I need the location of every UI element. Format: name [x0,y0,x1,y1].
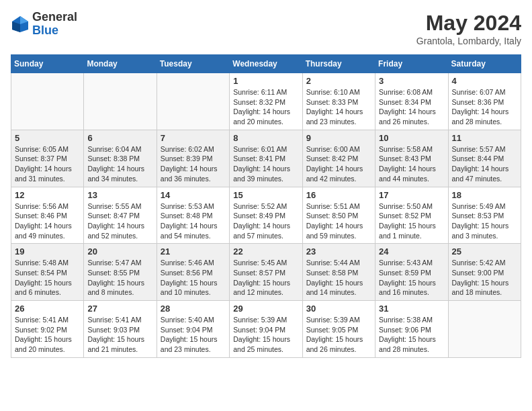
page-header: General Blue May 2024 Grantola, Lombardy… [11,11,521,46]
day-number: 27 [87,304,152,314]
day-info: Sunrise: 5:38 AM Sunset: 9:06 PM Dayligh… [379,315,444,355]
calendar-day: 31Sunrise: 5:38 AM Sunset: 9:06 PM Dayli… [375,301,448,358]
logo-text: General Blue [32,11,77,38]
day-number: 14 [161,190,226,200]
calendar-day: 27Sunrise: 5:41 AM Sunset: 9:03 PM Dayli… [84,301,157,358]
day-number: 15 [233,190,298,200]
day-info: Sunrise: 6:08 AM Sunset: 8:34 PM Dayligh… [379,87,444,127]
day-info: Sunrise: 5:47 AM Sunset: 8:55 PM Dayligh… [87,258,152,298]
day-number: 10 [379,133,444,143]
day-info: Sunrise: 5:46 AM Sunset: 8:56 PM Dayligh… [161,258,226,298]
day-number: 31 [379,304,444,314]
day-number: 19 [15,246,80,257]
calendar-day: 9Sunrise: 6:00 AM Sunset: 8:42 PM Daylig… [302,130,375,187]
calendar: SundayMondayTuesdayWednesdayThursdayFrid… [11,54,521,358]
day-info: Sunrise: 5:58 AM Sunset: 8:43 PM Dayligh… [379,144,444,184]
calendar-day: 18Sunrise: 5:49 AM Sunset: 8:53 PM Dayli… [448,187,521,244]
day-number: 24 [379,246,444,257]
calendar-day [448,301,521,358]
calendar-week-row: 12Sunrise: 5:56 AM Sunset: 8:46 PM Dayli… [11,187,521,244]
calendar-day: 2Sunrise: 6:10 AM Sunset: 8:33 PM Daylig… [302,73,375,130]
calendar-day: 8Sunrise: 6:01 AM Sunset: 8:41 PM Daylig… [230,130,302,187]
calendar-day: 30Sunrise: 5:39 AM Sunset: 9:05 PM Dayli… [302,301,375,358]
day-number: 4 [452,76,517,86]
day-number: 12 [15,190,80,200]
day-number: 5 [15,133,80,143]
logo: General Blue [11,11,77,38]
day-info: Sunrise: 5:45 AM Sunset: 8:57 PM Dayligh… [233,258,298,298]
weekday-header: Tuesday [157,55,229,73]
day-number: 13 [87,190,152,200]
day-info: Sunrise: 5:57 AM Sunset: 8:44 PM Dayligh… [452,144,517,184]
day-number: 30 [306,304,371,314]
calendar-day: 13Sunrise: 5:55 AM Sunset: 8:47 PM Dayli… [84,187,157,244]
title-area: May 2024 Grantola, Lombardy, Italy [416,11,521,46]
calendar-day: 23Sunrise: 5:44 AM Sunset: 8:58 PM Dayli… [302,244,375,301]
day-info: Sunrise: 5:55 AM Sunset: 8:47 PM Dayligh… [87,201,152,241]
day-info: Sunrise: 5:49 AM Sunset: 8:53 PM Dayligh… [452,201,517,241]
day-info: Sunrise: 5:53 AM Sunset: 8:48 PM Dayligh… [161,201,226,241]
calendar-week-row: 26Sunrise: 5:41 AM Sunset: 9:02 PM Dayli… [11,301,521,358]
weekday-header: Friday [375,55,448,73]
logo-blue: Blue [32,24,58,37]
calendar-day [11,73,84,130]
logo-icon [11,15,30,34]
day-info: Sunrise: 5:39 AM Sunset: 9:04 PM Dayligh… [233,315,298,355]
day-number: 20 [87,246,152,257]
day-number: 2 [306,76,371,86]
calendar-day: 12Sunrise: 5:56 AM Sunset: 8:46 PM Dayli… [11,187,84,244]
weekday-header: Saturday [448,55,521,73]
day-info: Sunrise: 5:42 AM Sunset: 9:00 PM Dayligh… [452,258,517,298]
calendar-day: 15Sunrise: 5:52 AM Sunset: 8:49 PM Dayli… [230,187,302,244]
day-number: 17 [379,190,444,200]
calendar-day: 16Sunrise: 5:51 AM Sunset: 8:50 PM Dayli… [302,187,375,244]
day-number: 29 [233,304,298,314]
day-number: 18 [452,190,517,200]
calendar-week-row: 19Sunrise: 5:48 AM Sunset: 8:54 PM Dayli… [11,244,521,301]
day-number: 3 [379,76,444,86]
calendar-day: 22Sunrise: 5:45 AM Sunset: 8:57 PM Dayli… [230,244,302,301]
day-info: Sunrise: 5:51 AM Sunset: 8:50 PM Dayligh… [306,201,371,241]
weekday-header: Monday [84,55,157,73]
location: Grantola, Lombardy, Italy [416,36,521,46]
day-number: 7 [161,133,226,143]
day-number: 28 [161,304,226,314]
day-info: Sunrise: 6:10 AM Sunset: 8:33 PM Dayligh… [306,87,371,127]
calendar-week-row: 5Sunrise: 6:05 AM Sunset: 8:37 PM Daylig… [11,130,521,187]
day-info: Sunrise: 5:39 AM Sunset: 9:05 PM Dayligh… [306,315,371,355]
calendar-day: 3Sunrise: 6:08 AM Sunset: 8:34 PM Daylig… [375,73,448,130]
day-info: Sunrise: 5:43 AM Sunset: 8:59 PM Dayligh… [379,258,444,298]
day-number: 6 [87,133,152,143]
day-number: 23 [306,246,371,257]
weekday-header-row: SundayMondayTuesdayWednesdayThursdayFrid… [11,55,521,73]
calendar-day: 19Sunrise: 5:48 AM Sunset: 8:54 PM Dayli… [11,244,84,301]
day-info: Sunrise: 6:00 AM Sunset: 8:42 PM Dayligh… [306,144,371,184]
day-info: Sunrise: 5:41 AM Sunset: 9:02 PM Dayligh… [15,315,80,355]
weekday-header: Wednesday [230,55,302,73]
weekday-header: Sunday [11,55,84,73]
calendar-day: 29Sunrise: 5:39 AM Sunset: 9:04 PM Dayli… [230,301,302,358]
calendar-week-row: 1Sunrise: 6:11 AM Sunset: 8:32 PM Daylig… [11,73,521,130]
calendar-day [84,73,157,130]
calendar-day: 25Sunrise: 5:42 AM Sunset: 9:00 PM Dayli… [448,244,521,301]
logo-general: General [32,10,77,24]
day-number: 9 [306,133,371,143]
day-number: 1 [233,76,298,86]
day-number: 25 [452,246,517,257]
day-info: Sunrise: 5:56 AM Sunset: 8:46 PM Dayligh… [15,201,80,241]
calendar-day: 1Sunrise: 6:11 AM Sunset: 8:32 PM Daylig… [230,73,302,130]
day-number: 16 [306,190,371,200]
day-number: 26 [15,304,80,314]
day-info: Sunrise: 6:05 AM Sunset: 8:37 PM Dayligh… [15,144,80,184]
calendar-day: 6Sunrise: 6:04 AM Sunset: 8:38 PM Daylig… [84,130,157,187]
calendar-day [157,73,229,130]
calendar-day: 11Sunrise: 5:57 AM Sunset: 8:44 PM Dayli… [448,130,521,187]
day-info: Sunrise: 5:52 AM Sunset: 8:49 PM Dayligh… [233,201,298,241]
day-info: Sunrise: 6:04 AM Sunset: 8:38 PM Dayligh… [87,144,152,184]
day-info: Sunrise: 5:40 AM Sunset: 9:04 PM Dayligh… [161,315,226,355]
day-info: Sunrise: 5:44 AM Sunset: 8:58 PM Dayligh… [306,258,371,298]
day-number: 8 [233,133,298,143]
calendar-day: 5Sunrise: 6:05 AM Sunset: 8:37 PM Daylig… [11,130,84,187]
weekday-header: Thursday [302,55,375,73]
day-info: Sunrise: 5:41 AM Sunset: 9:03 PM Dayligh… [87,315,152,355]
